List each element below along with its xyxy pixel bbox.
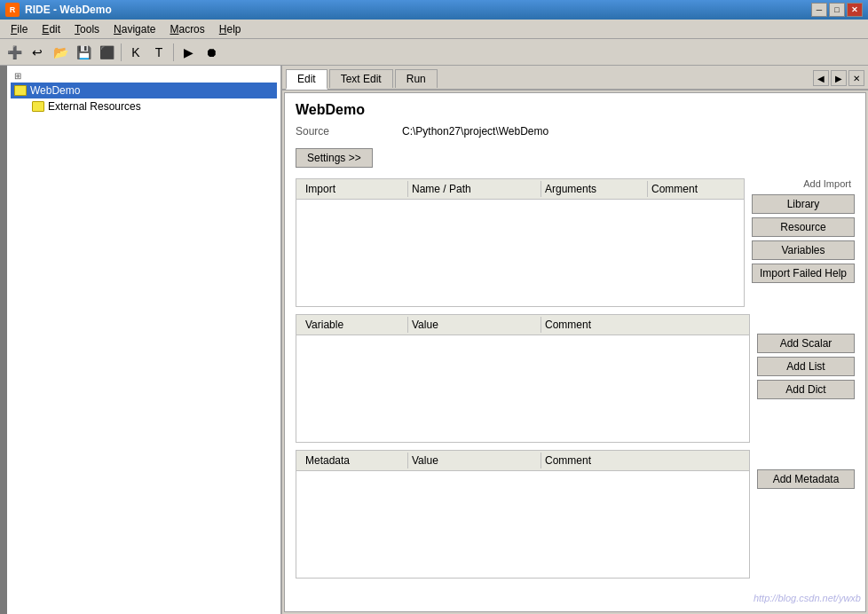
tree-item-external-resources[interactable]: External Resources <box>28 98 277 114</box>
metadata-col-comment: Comment <box>541 453 744 468</box>
toolbar-separator <box>121 43 122 61</box>
toolbar-run[interactable]: ▶ <box>178 42 199 63</box>
tree-label-webdemo: WebDemo <box>30 84 80 97</box>
menu-edit[interactable]: Edit <box>35 21 67 37</box>
toolbar-t[interactable]: T <box>148 42 170 63</box>
import-table: Import Name / Path Arguments Comment <box>296 178 745 307</box>
menu-help[interactable]: Help <box>212 21 249 37</box>
add-list-button[interactable]: Add List <box>757 357 855 376</box>
add-dict-button[interactable]: Add Dict <box>757 380 855 399</box>
tree-label-external: External Resources <box>48 100 141 113</box>
minimize-button[interactable]: ─ <box>811 3 827 17</box>
menu-navigate[interactable]: Navigate <box>107 21 162 37</box>
settings-button[interactable]: Settings >> <box>296 148 373 168</box>
source-label: Source <box>296 125 402 138</box>
import-col-name: Name / Path <box>408 181 541 197</box>
variable-table-body <box>296 335 749 442</box>
variables-button[interactable]: Variables <box>752 240 855 260</box>
variable-col-variable: Variable <box>302 317 408 333</box>
resource-button[interactable]: Resource <box>752 217 855 237</box>
tab-nav-left[interactable]: ◀ <box>813 70 829 86</box>
menu-file[interactable]: File <box>4 21 35 37</box>
left-border-accent <box>0 66 7 614</box>
toolbar-stop[interactable]: ⬛ <box>96 42 117 63</box>
variable-col-comment: Comment <box>541 317 744 333</box>
add-metadata-button[interactable]: Add Metadata <box>757 469 855 489</box>
window-title: RIDE - WebDemo <box>25 4 112 16</box>
tree-item-expand: ⊞ <box>11 69 277 83</box>
import-table-header: Import Name / Path Arguments Comment <box>296 179 744 200</box>
import-buttons: Add Import Library Resource Variables Im… <box>752 178 855 307</box>
variable-table-header: Variable Value Comment <box>296 315 749 335</box>
tab-nav-right[interactable]: ▶ <box>831 70 847 86</box>
metadata-col-value: Value <box>408 453 541 468</box>
tab-navigation: ◀ ▶ ✕ <box>813 70 864 86</box>
import-table-body <box>296 200 744 306</box>
metadata-table-header: Metadata Value Comment <box>296 451 749 471</box>
metadata-table: Metadata Value Comment <box>296 450 750 579</box>
metadata-section: Metadata Value Comment Add Metadata <box>296 450 855 579</box>
metadata-buttons: Add Metadata <box>757 450 855 579</box>
window-controls: ─ □ ✕ <box>811 3 863 17</box>
toolbar: ➕ ↩ 📂 💾 ⬛ K T ▶ ⏺ <box>0 39 868 66</box>
tab-run[interactable]: Run <box>395 69 438 88</box>
add-scalar-button[interactable]: Add Scalar <box>757 334 855 353</box>
right-panel: Edit Text Edit Run ◀ ▶ ✕ WebDemo Source … <box>282 66 868 614</box>
tab-nav-close[interactable]: ✕ <box>848 70 864 86</box>
variable-table: Variable Value Comment <box>296 314 750 443</box>
metadata-col-metadata: Metadata <box>302 453 408 468</box>
folder-icon-external <box>32 101 44 112</box>
expand-icon: ⊞ <box>14 71 25 81</box>
import-col-import: Import <box>302 181 408 197</box>
left-panel: ⊞ WebDemo External Resources <box>7 66 282 614</box>
close-button[interactable]: ✕ <box>847 3 863 17</box>
menu-tools[interactable]: Tools <box>67 21 107 37</box>
toolbar-separator2 <box>173 43 174 61</box>
toolbar-new[interactable]: ➕ <box>4 42 25 63</box>
menu-macros[interactable]: Macros <box>162 21 211 37</box>
tab-text-edit[interactable]: Text Edit <box>329 69 393 88</box>
main-layout: ⊞ WebDemo External Resources Edit Text E… <box>0 66 868 614</box>
watermark: http://blog.csdn.net/ywxb <box>754 593 861 603</box>
tree-child-external: External Resources <box>28 98 277 114</box>
tab-bar: Edit Text Edit Run ◀ ▶ ✕ <box>282 66 868 91</box>
import-col-comment: Comment <box>648 181 738 197</box>
toolbar-save[interactable]: 💾 <box>73 42 94 63</box>
variable-section: Variable Value Comment Add Scalar Add Li… <box>296 314 855 443</box>
variable-buttons: Add Scalar Add List Add Dict <box>757 314 855 443</box>
add-import-label: Add Import <box>752 178 855 189</box>
toolbar-k[interactable]: K <box>125 42 146 63</box>
title-bar: R RIDE - WebDemo ─ □ ✕ <box>0 0 868 20</box>
import-section: Import Name / Path Arguments Comment Add… <box>296 178 855 307</box>
toolbar-record[interactable]: ⏺ <box>201 42 222 63</box>
tree-item-webdemo[interactable]: WebDemo <box>11 83 277 98</box>
import-failed-help-button[interactable]: Import Failed Help <box>752 264 855 283</box>
folder-icon <box>14 85 27 96</box>
tab-edit[interactable]: Edit <box>286 69 327 90</box>
source-row: Source C:\Python27\project\WebDemo <box>296 125 855 138</box>
source-path: C:\Python27\project\WebDemo <box>402 125 548 138</box>
library-button[interactable]: Library <box>752 194 855 214</box>
content-area: WebDemo Source C:\Python27\project\WebDe… <box>284 92 866 612</box>
maximize-button[interactable]: □ <box>829 3 845 17</box>
menu-bar: File Edit Tools Navigate Macros Help <box>0 20 868 39</box>
app-icon: R <box>5 3 20 17</box>
metadata-table-body <box>296 471 749 578</box>
import-col-args: Arguments <box>541 181 648 197</box>
page-title: WebDemo <box>296 102 855 118</box>
toolbar-open[interactable]: 📂 <box>50 42 71 63</box>
variable-col-value: Value <box>408 317 541 333</box>
toolbar-undo[interactable]: ↩ <box>27 42 48 63</box>
